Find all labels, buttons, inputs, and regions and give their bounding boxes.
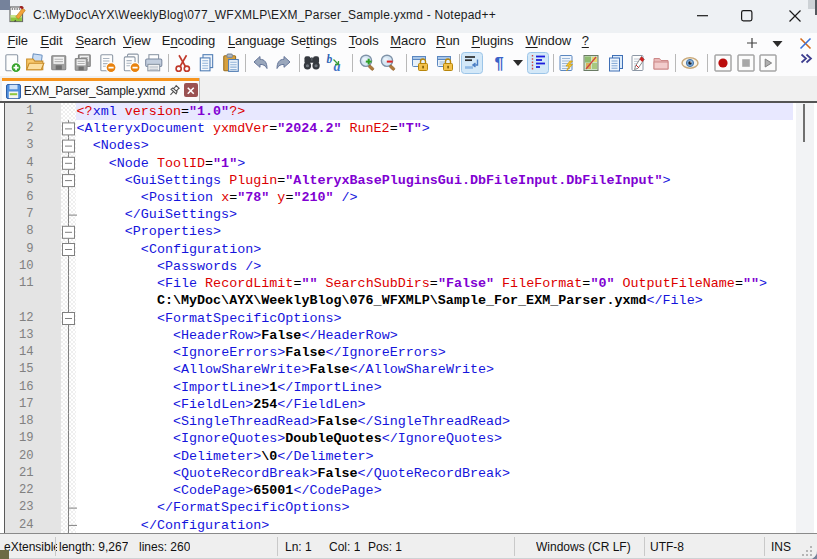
svg-text:b: b — [327, 53, 333, 65]
svg-text:¶: ¶ — [495, 54, 504, 72]
